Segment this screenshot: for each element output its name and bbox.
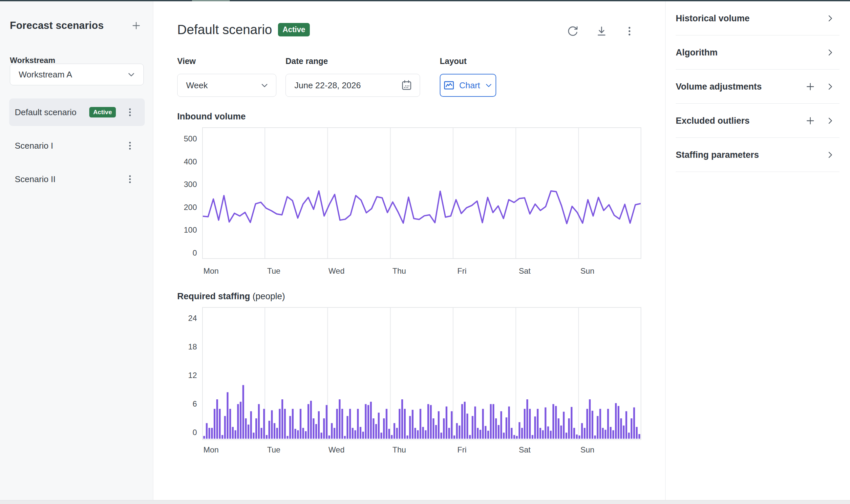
refresh-icon — [566, 25, 579, 37]
scenarios-sidebar: Forecast scenarios Workstream Workstream… — [0, 1, 153, 500]
scenario-list: Default scenarioActiveScenario IScenario… — [9, 98, 145, 199]
panel-item-algorithm[interactable]: Algorithm — [666, 35, 850, 70]
x-tick-label: Mon — [191, 266, 231, 276]
y-tick-label: 200 — [164, 202, 197, 212]
kebab-menu-icon — [124, 140, 135, 151]
page-title: Default scenario — [177, 22, 272, 37]
panel-item-label: Excluded outliers — [676, 116, 805, 126]
x-tick-label: Sun — [568, 266, 607, 276]
download-icon — [595, 25, 608, 37]
view-selected-value: Week — [186, 80, 208, 91]
window-top-edge-highlight — [192, 0, 230, 1]
x-tick-label: Tue — [254, 266, 293, 276]
chevron-right-icon — [825, 13, 835, 24]
window-bottom-edge — [0, 500, 850, 504]
layout-chart-button[interactable]: Chart — [440, 74, 496, 97]
y-tick-label: 12 — [164, 371, 197, 380]
x-tick-label: Wed — [317, 445, 356, 455]
sidebar-title: Forecast scenarios — [10, 20, 104, 32]
layout-selected-value: Chart — [459, 80, 480, 91]
panel-item-historical-volume[interactable]: Historical volume — [666, 1, 850, 35]
required-staffing-plot — [202, 307, 641, 440]
download-button[interactable] — [594, 23, 610, 39]
layout-label: Layout — [440, 56, 467, 66]
y-tick-label: 24 — [164, 313, 197, 323]
date-range-label: Date range — [286, 56, 328, 66]
y-tick-label: 100 — [164, 225, 197, 235]
panel-item-staffing-parameters[interactable]: Staffing parameters — [666, 138, 850, 172]
chevron-right-icon — [825, 47, 835, 58]
scenario-menu-button[interactable] — [123, 139, 137, 152]
x-tick-label: Fri — [442, 445, 482, 455]
workstream-select[interactable]: Workstream A — [10, 64, 144, 85]
plus-icon — [805, 81, 816, 92]
active-status-badge: Active — [278, 23, 310, 36]
scenario-menu-button[interactable] — [123, 105, 137, 119]
chart-line-icon — [443, 79, 455, 92]
x-tick-label: Tue — [254, 445, 293, 455]
add-scenario-button[interactable] — [131, 20, 142, 31]
view-label: View — [177, 56, 196, 66]
scenario-list-item[interactable]: Default scenarioActive — [9, 98, 145, 126]
x-tick-label: Sat — [505, 266, 544, 276]
workstream-selected-value: Workstream A — [19, 70, 72, 80]
chevron-right-icon — [825, 82, 835, 92]
scenario-list-item[interactable]: Scenario I — [9, 132, 145, 160]
x-tick-label: Mon — [191, 445, 231, 455]
panel-item-label: Staffing parameters — [676, 150, 825, 160]
scenario-menu-button[interactable] — [123, 172, 137, 186]
active-status-badge: Active — [89, 107, 116, 118]
y-tick-label: 18 — [164, 342, 197, 352]
x-tick-label: Sun — [568, 445, 607, 455]
x-tick-label: Fri — [442, 266, 482, 276]
scenario-name: Scenario I — [15, 141, 53, 151]
panel-item-label: Historical volume — [676, 14, 825, 24]
panel-item-label: Volume adjustments — [676, 82, 805, 92]
chevron-down-icon — [484, 81, 493, 90]
panel-add-button[interactable] — [805, 81, 816, 92]
plus-icon — [131, 20, 142, 31]
panel-item-label: Algorithm — [676, 48, 825, 58]
y-tick-label: 0 — [164, 248, 197, 258]
view-select[interactable]: Week — [177, 74, 276, 97]
panel-item-volume-adjustments[interactable]: Volume adjustments — [666, 70, 850, 104]
refresh-button[interactable] — [565, 23, 581, 39]
scenario-name: Default scenario — [15, 107, 76, 118]
y-tick-label: 400 — [164, 157, 197, 167]
chevron-right-icon — [825, 150, 835, 160]
kebab-menu-icon — [124, 107, 135, 118]
kebab-menu-icon — [623, 25, 636, 37]
page-header: Default scenario Active — [177, 22, 310, 37]
panel-item-excluded-outliers[interactable]: Excluded outliers — [666, 104, 850, 138]
y-tick-label: 0 — [164, 428, 197, 437]
required-staffing-title: Required staffing (people) — [177, 291, 285, 302]
forecast-app: Forecast scenarios Workstream Workstream… — [0, 0, 850, 504]
chevron-down-icon — [259, 80, 269, 90]
panel-add-button[interactable] — [805, 115, 816, 126]
plus-icon — [805, 115, 816, 126]
chevron-right-icon — [825, 115, 835, 126]
scenario-name: Scenario II — [15, 174, 55, 184]
date-range-value: June 22-28, 2026 — [294, 80, 361, 91]
x-tick-label: Thu — [379, 445, 419, 455]
chevron-down-icon — [126, 70, 136, 79]
inbound-volume-title: Inbound volume — [177, 111, 246, 122]
more-options-button[interactable] — [621, 23, 637, 39]
inbound-volume-plot — [202, 127, 641, 259]
y-tick-label: 500 — [164, 134, 197, 144]
scenario-list-item[interactable]: Scenario II — [9, 165, 145, 193]
y-tick-label: 300 — [164, 179, 197, 189]
kebab-menu-icon — [124, 174, 135, 185]
settings-panel: Historical volumeAlgorithmVolume adjustm… — [665, 1, 850, 500]
x-tick-label: Thu — [379, 266, 419, 276]
date-range-input[interactable]: June 22-28, 2026 — [286, 74, 420, 97]
y-tick-label: 6 — [164, 399, 197, 409]
calendar-icon — [400, 79, 413, 92]
x-tick-label: Sat — [505, 445, 544, 455]
x-tick-label: Wed — [317, 266, 356, 276]
